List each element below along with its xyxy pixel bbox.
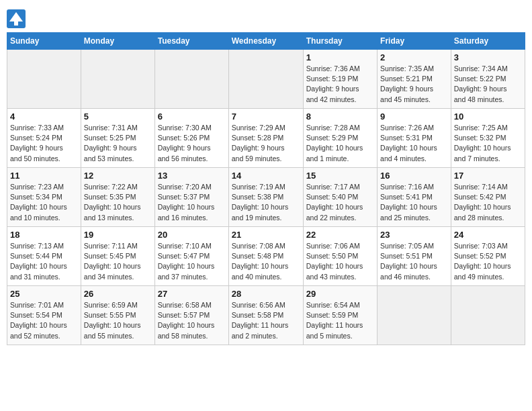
column-header-tuesday: Tuesday <box>154 33 228 50</box>
day-number: 27 <box>158 289 226 299</box>
day-info: Sunrise: 7:30 AM Sunset: 5:26 PM Dayligh… <box>158 123 226 164</box>
day-info: Sunrise: 7:36 AM Sunset: 5:19 PM Dayligh… <box>306 64 374 105</box>
calendar-cell: 9Sunrise: 7:26 AM Sunset: 5:31 PM Daylig… <box>378 109 451 168</box>
day-number: 26 <box>84 289 152 299</box>
calendar-cell: 18Sunrise: 7:13 AM Sunset: 5:44 PM Dayli… <box>7 227 81 286</box>
calendar-cell: 17Sunrise: 7:14 AM Sunset: 5:42 PM Dayli… <box>451 168 525 227</box>
calendar-cell: 4Sunrise: 7:33 AM Sunset: 5:24 PM Daylig… <box>7 109 81 168</box>
calendar-cell: 21Sunrise: 7:08 AM Sunset: 5:48 PM Dayli… <box>228 227 303 286</box>
calendar-cell <box>154 50 228 109</box>
week-row-5: 25Sunrise: 7:01 AM Sunset: 5:54 PM Dayli… <box>7 286 525 345</box>
day-number: 2 <box>380 52 448 62</box>
calendar-cell: 14Sunrise: 7:19 AM Sunset: 5:38 PM Dayli… <box>228 168 303 227</box>
page-header <box>7 7 525 28</box>
day-info: Sunrise: 7:26 AM Sunset: 5:31 PM Dayligh… <box>380 123 448 164</box>
day-info: Sunrise: 7:35 AM Sunset: 5:21 PM Dayligh… <box>380 64 448 105</box>
day-number: 11 <box>10 171 78 181</box>
day-number: 6 <box>158 111 226 122</box>
calendar-cell <box>378 286 451 345</box>
calendar-cell: 15Sunrise: 7:17 AM Sunset: 5:40 PM Dayli… <box>303 168 377 227</box>
day-info: Sunrise: 7:33 AM Sunset: 5:24 PM Dayligh… <box>10 123 78 164</box>
day-info: Sunrise: 7:01 AM Sunset: 5:54 PM Dayligh… <box>10 300 78 341</box>
day-number: 8 <box>306 111 374 122</box>
calendar-cell: 27Sunrise: 6:58 AM Sunset: 5:57 PM Dayli… <box>154 286 228 345</box>
column-header-sunday: Sunday <box>7 33 81 50</box>
day-number: 28 <box>232 289 300 299</box>
day-info: Sunrise: 6:58 AM Sunset: 5:57 PM Dayligh… <box>158 300 226 341</box>
column-header-wednesday: Wednesday <box>228 33 303 50</box>
day-info: Sunrise: 7:34 AM Sunset: 5:22 PM Dayligh… <box>454 64 522 105</box>
day-number: 10 <box>454 111 522 122</box>
day-number: 20 <box>158 230 226 240</box>
day-info: Sunrise: 7:28 AM Sunset: 5:29 PM Dayligh… <box>306 123 374 164</box>
calendar-cell: 12Sunrise: 7:22 AM Sunset: 5:35 PM Dayli… <box>81 168 154 227</box>
day-number: 18 <box>10 230 78 240</box>
day-info: Sunrise: 7:14 AM Sunset: 5:42 PM Dayligh… <box>454 182 522 223</box>
day-info: Sunrise: 7:10 AM Sunset: 5:47 PM Dayligh… <box>158 241 226 282</box>
day-number: 19 <box>84 230 152 240</box>
day-info: Sunrise: 7:05 AM Sunset: 5:51 PM Dayligh… <box>380 241 448 282</box>
day-info: Sunrise: 6:54 AM Sunset: 5:59 PM Dayligh… <box>306 300 374 341</box>
day-info: Sunrise: 7:29 AM Sunset: 5:28 PM Dayligh… <box>232 123 300 164</box>
calendar-cell: 16Sunrise: 7:16 AM Sunset: 5:41 PM Dayli… <box>378 168 451 227</box>
week-row-2: 4Sunrise: 7:33 AM Sunset: 5:24 PM Daylig… <box>7 109 525 168</box>
calendar-cell: 19Sunrise: 7:11 AM Sunset: 5:45 PM Dayli… <box>81 227 154 286</box>
calendar-cell <box>81 50 154 109</box>
day-number: 14 <box>232 171 300 181</box>
logo-icon <box>7 9 26 28</box>
calendar-cell <box>7 50 81 109</box>
column-header-friday: Friday <box>378 33 451 50</box>
calendar-cell: 26Sunrise: 6:59 AM Sunset: 5:55 PM Dayli… <box>81 286 154 345</box>
day-info: Sunrise: 7:13 AM Sunset: 5:44 PM Dayligh… <box>10 241 78 282</box>
day-number: 13 <box>158 171 226 181</box>
day-info: Sunrise: 7:31 AM Sunset: 5:25 PM Dayligh… <box>84 123 152 164</box>
calendar-cell: 20Sunrise: 7:10 AM Sunset: 5:47 PM Dayli… <box>154 227 228 286</box>
calendar-table: SundayMondayTuesdayWednesdayThursdayFrid… <box>7 32 525 345</box>
day-number: 3 <box>454 52 522 62</box>
day-number: 7 <box>232 111 300 122</box>
day-info: Sunrise: 6:59 AM Sunset: 5:55 PM Dayligh… <box>84 300 152 341</box>
day-info: Sunrise: 7:23 AM Sunset: 5:34 PM Dayligh… <box>10 182 78 223</box>
week-row-3: 11Sunrise: 7:23 AM Sunset: 5:34 PM Dayli… <box>7 168 525 227</box>
day-info: Sunrise: 7:11 AM Sunset: 5:45 PM Dayligh… <box>84 241 152 282</box>
calendar-cell: 29Sunrise: 6:54 AM Sunset: 5:59 PM Dayli… <box>303 286 377 345</box>
calendar-cell: 23Sunrise: 7:05 AM Sunset: 5:51 PM Dayli… <box>378 227 451 286</box>
calendar-cell: 6Sunrise: 7:30 AM Sunset: 5:26 PM Daylig… <box>154 109 228 168</box>
calendar-cell: 7Sunrise: 7:29 AM Sunset: 5:28 PM Daylig… <box>228 109 303 168</box>
day-info: Sunrise: 7:20 AM Sunset: 5:37 PM Dayligh… <box>158 182 226 223</box>
days-header-row: SundayMondayTuesdayWednesdayThursdayFrid… <box>7 33 525 50</box>
day-info: Sunrise: 7:22 AM Sunset: 5:35 PM Dayligh… <box>84 182 152 223</box>
day-info: Sunrise: 6:56 AM Sunset: 5:58 PM Dayligh… <box>232 300 300 341</box>
calendar-cell <box>451 286 525 345</box>
calendar-cell: 2Sunrise: 7:35 AM Sunset: 5:21 PM Daylig… <box>378 50 451 109</box>
calendar-cell: 10Sunrise: 7:25 AM Sunset: 5:32 PM Dayli… <box>451 109 525 168</box>
day-info: Sunrise: 7:17 AM Sunset: 5:40 PM Dayligh… <box>306 182 374 223</box>
calendar-cell: 3Sunrise: 7:34 AM Sunset: 5:22 PM Daylig… <box>451 50 525 109</box>
calendar-cell: 11Sunrise: 7:23 AM Sunset: 5:34 PM Dayli… <box>7 168 81 227</box>
calendar-cell: 1Sunrise: 7:36 AM Sunset: 5:19 PM Daylig… <box>303 50 377 109</box>
calendar-cell <box>228 50 303 109</box>
calendar-cell: 22Sunrise: 7:06 AM Sunset: 5:50 PM Dayli… <box>303 227 377 286</box>
svg-rect-2 <box>14 21 18 26</box>
calendar-cell: 25Sunrise: 7:01 AM Sunset: 5:54 PM Dayli… <box>7 286 81 345</box>
day-number: 21 <box>232 230 300 240</box>
week-row-4: 18Sunrise: 7:13 AM Sunset: 5:44 PM Dayli… <box>7 227 525 286</box>
logo <box>7 9 27 28</box>
day-number: 25 <box>10 289 78 299</box>
calendar-cell: 8Sunrise: 7:28 AM Sunset: 5:29 PM Daylig… <box>303 109 377 168</box>
day-number: 12 <box>84 171 152 181</box>
day-number: 5 <box>84 111 152 122</box>
calendar-cell: 24Sunrise: 7:03 AM Sunset: 5:52 PM Dayli… <box>451 227 525 286</box>
day-info: Sunrise: 7:16 AM Sunset: 5:41 PM Dayligh… <box>380 182 448 223</box>
column-header-thursday: Thursday <box>303 33 377 50</box>
day-number: 24 <box>454 230 522 240</box>
day-number: 23 <box>380 230 448 240</box>
day-number: 29 <box>306 289 374 299</box>
calendar-cell: 28Sunrise: 6:56 AM Sunset: 5:58 PM Dayli… <box>228 286 303 345</box>
day-info: Sunrise: 7:08 AM Sunset: 5:48 PM Dayligh… <box>232 241 300 282</box>
day-info: Sunrise: 7:25 AM Sunset: 5:32 PM Dayligh… <box>454 123 522 164</box>
column-header-monday: Monday <box>81 33 154 50</box>
day-info: Sunrise: 7:06 AM Sunset: 5:50 PM Dayligh… <box>306 241 374 282</box>
column-header-saturday: Saturday <box>451 33 525 50</box>
day-number: 4 <box>10 111 78 122</box>
